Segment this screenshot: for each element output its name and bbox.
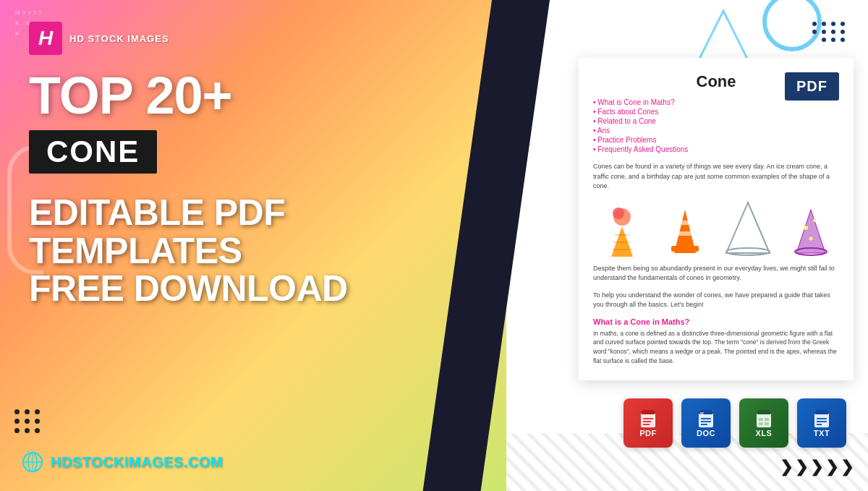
- dl-dot-2: [25, 409, 30, 414]
- globe-icon: [22, 451, 43, 473]
- left-content-area: H HD STOCK IMAGES TOP 20+ CONE EDITABLE …: [0, 0, 506, 491]
- bottom-left-footer: HDSTOCKIMAGES.COM: [22, 451, 223, 473]
- brand-name: HD STOCK IMAGES: [69, 33, 169, 44]
- doc-section-title: What is a Cone in Maths?: [593, 317, 839, 326]
- arrow-right-5: ❯: [841, 458, 854, 477]
- dl-dot-5: [25, 419, 30, 424]
- geometric-cone-illustration: [719, 199, 776, 257]
- dl-dot-1: [14, 409, 20, 414]
- svg-point-5: [765, 0, 820, 49]
- toc-item-3: • Related to a Cone: [593, 117, 839, 125]
- traffic-cone-illustration: [656, 206, 713, 257]
- bottom-arrows: ❯ ❯ ❯ ❯ ❯: [780, 458, 854, 477]
- svg-rect-39: [765, 418, 769, 421]
- svg-rect-26: [641, 410, 655, 414]
- svg-point-17: [726, 248, 770, 255]
- toc-item-4: • Ans: [593, 127, 839, 135]
- dot-2: [822, 22, 826, 26]
- pdf-icon: [638, 409, 658, 429]
- svg-rect-40: [759, 422, 763, 425]
- dl-dot-3: [35, 409, 40, 414]
- subtitle-line2: FREE DOWNLOAD: [29, 270, 477, 308]
- toc-item-6: • Frequently Asked Questions: [593, 145, 839, 153]
- dot-6: [822, 30, 826, 34]
- cross-deco-2: ×: [25, 19, 30, 27]
- arrow-right-2: ❯: [795, 458, 808, 477]
- top-right-dots: [812, 22, 846, 42]
- svg-rect-41: [765, 422, 769, 425]
- arrow-right-1: ❯: [780, 458, 793, 477]
- svg-rect-37: [757, 410, 771, 414]
- dot-4: [841, 22, 845, 26]
- party-hat-illustration: [782, 206, 839, 257]
- dot-9: [822, 38, 826, 42]
- dot-spacer: [812, 38, 817, 42]
- subtitle-block: EDITABLE PDF TEMPLATES FREE DOWNLOAD: [29, 194, 477, 308]
- website-url: HDSTOCKIMAGES.COM: [51, 454, 223, 471]
- svg-rect-13: [674, 221, 696, 225]
- svg-rect-38: [759, 418, 763, 421]
- cross-deco-3: ×: [14, 29, 19, 38]
- top-left-decoration: ›› › › › › × × ×: [14, 7, 41, 38]
- dl-dot-9: [35, 428, 40, 433]
- pdf-badge: PDF: [785, 72, 839, 101]
- doc-body-text2: To help you understand the wonder of con…: [593, 291, 839, 310]
- dot-1: [812, 22, 817, 26]
- dl-dot-6: [35, 419, 40, 424]
- top-heading: TOP 20+: [29, 69, 477, 121]
- dl-dot-4: [14, 419, 20, 424]
- logo-area: H HD STOCK IMAGES: [29, 22, 477, 55]
- svg-point-22: [813, 219, 816, 222]
- format-txt[interactable]: TXT: [797, 398, 846, 448]
- doc-toc: • What is Cone in Maths? • Facts about C…: [593, 98, 839, 153]
- bottom-left-dots: [14, 409, 41, 433]
- dot-10: [831, 38, 835, 42]
- svg-point-7: [613, 208, 624, 219]
- dot-3: [831, 22, 835, 26]
- doc-icon: W: [696, 409, 716, 429]
- dl-dot-8: [25, 428, 30, 433]
- format-xls-label: XLS: [756, 429, 773, 437]
- svg-marker-19: [796, 210, 825, 253]
- doc-section-text: In maths, a cone is defined as a distinc…: [593, 329, 839, 366]
- xls-icon: [754, 409, 774, 429]
- svg-point-21: [804, 226, 808, 230]
- format-pdf-label: PDF: [639, 429, 657, 437]
- keyword-badge: CONE: [29, 130, 157, 174]
- dot-5: [812, 30, 817, 34]
- svg-marker-8: [611, 226, 633, 257]
- format-doc-label: DOC: [697, 429, 715, 437]
- format-icons-row: PDF W DOC XLS TXT: [624, 398, 846, 448]
- icecream-illustration: [593, 206, 650, 257]
- svg-rect-43: [814, 410, 829, 414]
- doc-intro-text: Cones can be found in a variety of thing…: [593, 162, 839, 192]
- format-txt-label: TXT: [814, 429, 830, 437]
- svg-rect-14: [673, 231, 697, 236]
- svg-line-18: [726, 202, 748, 253]
- subtitle-line1: EDITABLE PDF TEMPLATES: [29, 194, 477, 270]
- cross-deco-1: ×: [14, 19, 19, 27]
- toc-item-5: • Practice Problems: [593, 136, 839, 144]
- dot-7: [831, 30, 835, 34]
- svg-rect-15: [671, 246, 699, 252]
- document-preview: PDF Cone • What is Cone in Maths? • Fact…: [579, 58, 854, 380]
- format-xls[interactable]: XLS: [739, 398, 788, 448]
- arrow-deco-1: ›› › › › ›: [14, 7, 41, 17]
- svg-marker-4: [698, 11, 749, 61]
- format-pdf[interactable]: PDF: [624, 398, 673, 448]
- arrow-right-4: ❯: [825, 458, 838, 477]
- svg-point-23: [809, 236, 812, 240]
- txt-icon: [812, 409, 832, 429]
- doc-images-row: [593, 199, 839, 257]
- arrow-right-3: ❯: [810, 458, 823, 477]
- svg-marker-16: [726, 202, 770, 253]
- toc-item-2: • Facts about Cones: [593, 108, 839, 116]
- doc-body-text1: Despite them being so abundantly present…: [593, 264, 839, 283]
- dot-8: [841, 30, 845, 34]
- dl-dot-7: [14, 428, 20, 433]
- svg-text:W: W: [700, 411, 704, 416]
- format-doc[interactable]: W DOC: [681, 398, 731, 448]
- dot-11: [841, 38, 845, 42]
